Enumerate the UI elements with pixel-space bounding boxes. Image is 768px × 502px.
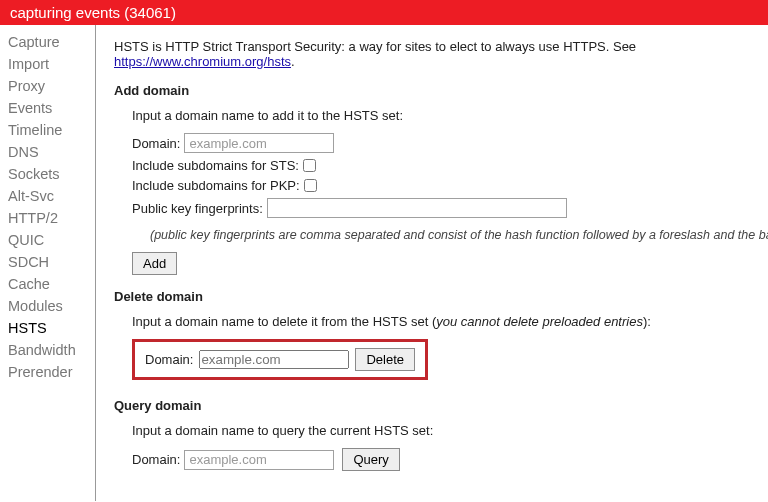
intro-before: HSTS is HTTP Strict Transport Security: … <box>114 39 636 54</box>
sidebar: CaptureImportProxyEventsTimelineDNSSocke… <box>0 25 96 501</box>
sidebar-item-prerender[interactable]: Prerender <box>8 361 95 383</box>
delete-highlight-box: Domain: Delete <box>132 339 428 380</box>
add-domain-row: Domain: <box>132 133 768 153</box>
delete-domain-title: Delete domain <box>114 289 768 304</box>
sidebar-item-events[interactable]: Events <box>8 97 95 119</box>
delete-instr-after: ): <box>643 314 651 329</box>
delete-domain-input[interactable] <box>199 350 349 369</box>
query-button[interactable]: Query <box>342 448 399 471</box>
query-instruction: Input a domain name to query the current… <box>132 423 768 438</box>
add-pk-row: Public key fingerprints: <box>132 198 768 218</box>
add-domain-label: Domain: <box>132 136 180 151</box>
main-content: HSTS is HTTP Strict Transport Security: … <box>96 25 768 501</box>
add-pk-label: Public key fingerprints: <box>132 201 263 216</box>
delete-button[interactable]: Delete <box>355 348 415 371</box>
query-domain-title: Query domain <box>114 398 768 413</box>
sidebar-item-sdch[interactable]: SDCH <box>8 251 95 273</box>
delete-instr-em: you cannot delete preloaded entries <box>436 314 643 329</box>
sidebar-item-bandwidth[interactable]: Bandwidth <box>8 339 95 361</box>
add-pkp-row: Include subdomains for PKP: <box>132 178 768 193</box>
add-pkp-checkbox[interactable] <box>304 179 317 192</box>
query-domain-input[interactable] <box>184 450 334 470</box>
add-button[interactable]: Add <box>132 252 177 275</box>
sidebar-item-http-2[interactable]: HTTP/2 <box>8 207 95 229</box>
sidebar-item-timeline[interactable]: Timeline <box>8 119 95 141</box>
query-domain-row: Domain: Query <box>132 448 768 471</box>
intro-text: HSTS is HTTP Strict Transport Security: … <box>114 39 768 69</box>
add-sts-row: Include subdomains for STS: <box>132 158 768 173</box>
sidebar-item-cache[interactable]: Cache <box>8 273 95 295</box>
add-pk-input[interactable] <box>267 198 567 218</box>
query-domain-section: Input a domain name to query the current… <box>114 423 768 471</box>
delete-domain-section: Input a domain name to delete it from th… <box>114 314 768 390</box>
add-sts-label: Include subdomains for STS: <box>132 158 299 173</box>
add-hint: (public key fingerprints are comma separ… <box>150 228 768 242</box>
sidebar-item-dns[interactable]: DNS <box>8 141 95 163</box>
delete-domain-label: Domain: <box>145 352 193 367</box>
sidebar-item-import[interactable]: Import <box>8 53 95 75</box>
add-domain-section: Input a domain name to add it to the HST… <box>114 108 768 275</box>
topbar: capturing events (34061) <box>0 0 768 25</box>
sidebar-item-quic[interactable]: QUIC <box>8 229 95 251</box>
sidebar-item-hsts[interactable]: HSTS <box>8 317 95 339</box>
layout: CaptureImportProxyEventsTimelineDNSSocke… <box>0 25 768 501</box>
add-instruction: Input a domain name to add it to the HST… <box>132 108 768 123</box>
sidebar-item-sockets[interactable]: Sockets <box>8 163 95 185</box>
delete-instruction: Input a domain name to delete it from th… <box>132 314 768 329</box>
add-domain-title: Add domain <box>114 83 768 98</box>
sidebar-item-alt-svc[interactable]: Alt-Svc <box>8 185 95 207</box>
add-sts-checkbox[interactable] <box>303 159 316 172</box>
add-domain-input[interactable] <box>184 133 334 153</box>
sidebar-item-proxy[interactable]: Proxy <box>8 75 95 97</box>
query-domain-label: Domain: <box>132 452 180 467</box>
sidebar-item-capture[interactable]: Capture <box>8 31 95 53</box>
intro-link[interactable]: https://www.chromium.org/hsts <box>114 54 291 69</box>
intro-after: . <box>291 54 295 69</box>
sidebar-item-modules[interactable]: Modules <box>8 295 95 317</box>
topbar-label: capturing events (34061) <box>10 4 176 21</box>
delete-instr-before: Input a domain name to delete it from th… <box>132 314 436 329</box>
add-pkp-label: Include subdomains for PKP: <box>132 178 300 193</box>
